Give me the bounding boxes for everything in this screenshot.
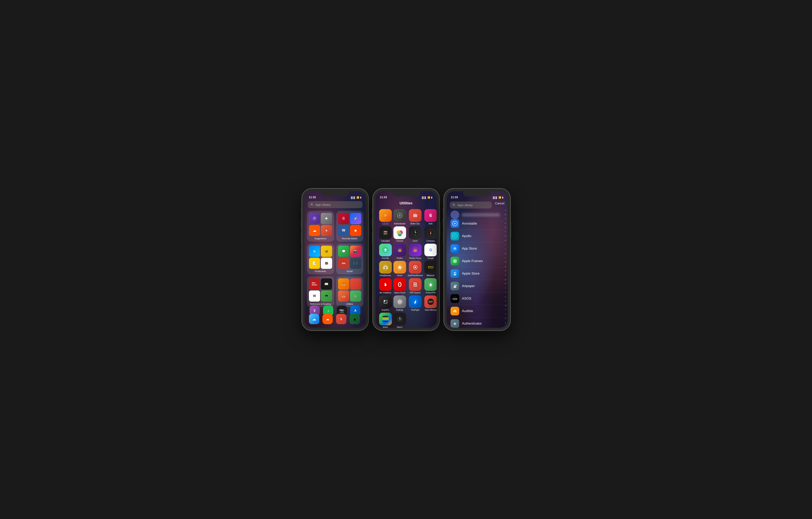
list-item-applestore[interactable]: Apple Store: [446, 268, 508, 280]
label-headphones: Headphones: [380, 274, 391, 277]
list-item-appleframes[interactable]: Apple Frames: [446, 255, 508, 268]
label-home: Home: [397, 274, 402, 277]
label-settings: Settings: [396, 309, 403, 311]
app-firefox3[interactable]: 🦊 Firefox: [394, 244, 406, 259]
folder-social[interactable]: 💬 📷 me ⋮⋮ Social: [336, 244, 363, 274]
svg-point-48: [428, 264, 434, 270]
icon-clock: 12: [409, 226, 422, 239]
annotable-icon: [451, 219, 459, 228]
label-compass: Compass: [427, 240, 435, 242]
app-scanpro[interactable]: ScanPro: [379, 295, 392, 311]
app-headphones[interactable]: Headphones: [379, 261, 392, 277]
svg-point-109: [453, 236, 454, 237]
status-icons-3: ▌▌▌ 📶 ▮: [493, 196, 503, 199]
list-item-auth2[interactable]: Authenticator: [446, 318, 508, 328]
notes-icon-small: 📝: [309, 258, 320, 269]
icon-1111: 1⁴: [379, 209, 392, 222]
label-firefoxfocus: Firefox Focus: [409, 257, 421, 259]
app-vodafone[interactable]: My Vodafone: [379, 278, 392, 294]
folder-suggestions[interactable]: ☁ ★ Suggestions: [307, 211, 334, 242]
asos-icon: ASOS: [451, 294, 459, 303]
app-protonvpn[interactable]: ProtonVPN: [424, 278, 437, 294]
svg-point-38: [382, 264, 389, 270]
icon-watch: [394, 313, 406, 325]
app-list: Annotable Apollo: [446, 217, 508, 328]
app-measure[interactable]: Measure: [424, 261, 437, 277]
svg-point-11: [384, 233, 384, 234]
firefox2-icon-small: 🦊: [338, 291, 349, 302]
app-bulb[interactable]: 6 Bulb: [424, 209, 437, 225]
svg-point-25: [415, 233, 415, 233]
svg-text:12: 12: [415, 234, 416, 235]
app-pdfsearch[interactable]: PDF Search: [408, 278, 423, 294]
svg-point-20: [399, 232, 400, 234]
app-home[interactable]: Home: [394, 261, 406, 277]
list-item-artpaper[interactable]: Artpaper: [446, 280, 508, 293]
app-settings2[interactable]: Settings: [394, 295, 406, 311]
app-firefoxfocus[interactable]: 🦊 Firefox Focus: [408, 244, 423, 259]
icon-justpress: [409, 261, 422, 274]
search-icon-1: 🔍: [311, 203, 314, 206]
bottom-icon-3: S: [336, 314, 346, 324]
app-wallet[interactable]: Wallet: [379, 313, 392, 328]
list-item-audible[interactable]: Audible: [446, 305, 508, 318]
alphabet-index[interactable]: A B C D E F G H I J K L M N O P Q R S T: [505, 209, 506, 324]
tes-icon: 🦋: [321, 246, 332, 257]
productivity-label: Productivity: [309, 270, 332, 272]
app-voicememos[interactable]: Voice Memos: [424, 295, 437, 311]
app-opera[interactable]: Opera Touch: [394, 278, 406, 294]
svg-line-75: [398, 300, 399, 301]
app-chrome[interactable]: Chrome: [394, 226, 406, 242]
svg-point-101: [399, 319, 400, 320]
settings-icon: [321, 213, 332, 224]
time-3: 11:33: [451, 196, 458, 199]
svg-point-107: [455, 235, 455, 235]
app-1111[interactable]: 1⁴ 1.1.1.1: [379, 209, 392, 225]
label-opera: Opera Touch: [394, 292, 405, 294]
list-item-apollo[interactable]: Apollo: [446, 230, 508, 242]
app-betterday[interactable]: Better Day: [408, 209, 423, 225]
list-item-asos[interactable]: ASOS ASOS: [446, 293, 508, 305]
svg-rect-10: [384, 231, 387, 232]
folder-reference[interactable]: BBCNEWS 📖 W 🗺 Reference & Reading: [307, 276, 334, 307]
svg-point-1: [326, 218, 327, 219]
app-google[interactable]: G Google: [424, 244, 437, 259]
phone-1: 11:32 ▌▌▌ 📶 ▮ 🔍 App Library: [301, 188, 369, 331]
list-item-annotable[interactable]: Annotable: [446, 217, 508, 230]
messages-icon-small: 💬: [338, 246, 349, 257]
wiki-icon: W: [309, 291, 320, 302]
cancel-button[interactable]: Cancel: [495, 201, 504, 205]
icon-vodafone: [379, 278, 392, 291]
asos-label: ASOS: [462, 297, 471, 301]
notch-3: [463, 191, 491, 196]
list-item-appstore[interactable]: App Store: [446, 242, 508, 255]
app-justpress[interactable]: JustPressRecord: [408, 261, 423, 277]
icon-scanpro: [379, 295, 392, 308]
app-testflight[interactable]: TestFlight: [408, 295, 423, 311]
svg-rect-63: [430, 285, 432, 286]
app-calculator[interactable]: Calculator: [379, 226, 392, 242]
firefox-icon-small: 🦊: [338, 278, 349, 290]
messenger-icon: ⚡: [350, 213, 361, 224]
app-findmy[interactable]: Find My: [379, 244, 392, 259]
applestore-icon: [451, 269, 459, 278]
folder-utilities[interactable]: 🦊 🦊 ▷ Utilities: [336, 276, 363, 307]
search-bar-3[interactable]: 🔍 App Library: [450, 201, 492, 209]
label-justpress: JustPressRecord: [408, 274, 423, 277]
app-clock[interactable]: 12 Clock: [408, 226, 423, 242]
time-2: 11:33: [380, 196, 387, 199]
app-authenticator[interactable]: Authenticator: [394, 209, 406, 225]
phone-2: 11:33 ▌▌▌ 📶 ▮ Utilities 1⁴ 1.1.1.1: [372, 188, 440, 331]
search-icon-3: 🔍: [453, 203, 456, 207]
word-icon: W: [338, 225, 349, 236]
folder-recently-added[interactable]: B ⚡ W ◉ Recently Added: [336, 211, 363, 242]
search-bar-1[interactable]: 🔍 App Library: [308, 201, 362, 208]
wifi-icon: 📶: [356, 196, 359, 199]
app-compass[interactable]: Compass: [424, 226, 437, 242]
folder-productivity[interactable]: ⊕ 🦋 📝 🐻 Productivity: [307, 244, 334, 274]
app-watch[interactable]: Watch: [394, 313, 406, 328]
svg-point-110: [456, 236, 457, 237]
appstore-label: App Store: [462, 247, 477, 251]
status-icons-1: ▌▌▌ 📶 ▮: [351, 196, 361, 199]
bottom-icon-2: ☁: [322, 314, 333, 324]
